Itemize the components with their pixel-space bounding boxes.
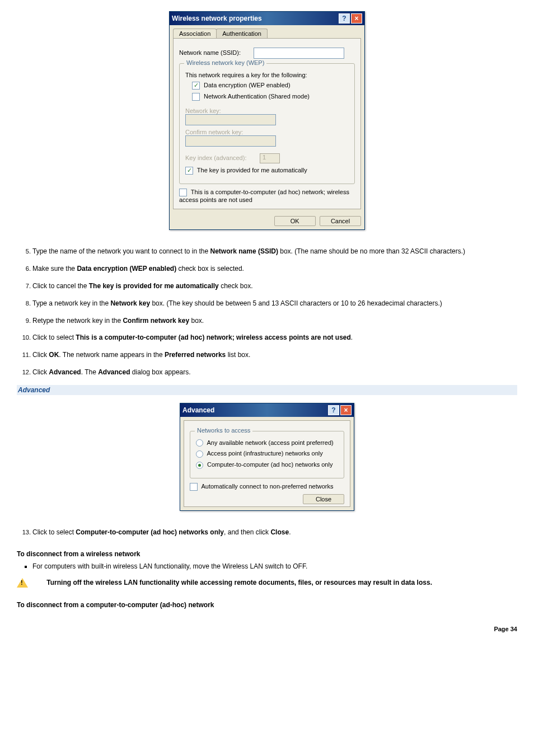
step-11: Click OK. The network name appears in th…	[32, 350, 517, 360]
ok-button[interactable]: OK	[274, 216, 316, 226]
confirm-key-input[interactable]	[185, 135, 276, 147]
step-6: Make sure the Data encryption (WEP enabl…	[32, 264, 517, 274]
radio-adhoc[interactable]	[196, 462, 203, 469]
disconnect-adhoc-header: To disconnect from a computer-to-compute…	[17, 601, 517, 609]
cancel-button[interactable]: Cancel	[320, 216, 361, 226]
dialog-buttons: OK Cancel	[170, 213, 364, 229]
help-icon[interactable]: ?	[339, 13, 350, 24]
advanced-body: Networks to access Any available network…	[184, 420, 350, 507]
wireless-properties-dialog: Wireless network properties ? × Associat…	[169, 11, 365, 230]
steps-list-2: Click to select Computer-to-computer (ad…	[17, 528, 517, 537]
disconnect-bullets: For computers with built-in wireless LAN…	[17, 562, 517, 570]
step-12: Click Advanced. The Advanced dialog box …	[32, 368, 517, 377]
dialog-titlebar: Wireless network properties ? ×	[170, 12, 364, 25]
auto-connect-checkbox[interactable]	[190, 483, 198, 491]
radio-access-point[interactable]	[196, 450, 203, 458]
step-13: Click to select Computer-to-computer (ad…	[32, 528, 517, 537]
close-icon[interactable]: ×	[340, 405, 352, 415]
wep-legend: Wireless network key (WEP)	[184, 59, 266, 66]
network-auth-label: Network Authentication (Shared mode)	[204, 93, 310, 100]
warning-text: Turning off the wireless LAN functionali…	[46, 579, 432, 586]
tab-authentication[interactable]: Authentication	[216, 29, 268, 38]
dialog-title: Wireless network properties	[172, 15, 338, 22]
advanced-section-header: Advanced	[17, 385, 517, 395]
network-key-input[interactable]	[185, 114, 276, 125]
auto-connect-label: Automatically connect to non-preferred n…	[201, 483, 333, 490]
key-index-label: Key index (advanced):	[185, 154, 258, 161]
advanced-titlebar: Advanced ? ×	[180, 403, 354, 417]
warning-icon	[17, 578, 28, 588]
auto-key-checkbox[interactable]: ✓	[185, 167, 193, 175]
auto-key-label: The key is provided for me automatically	[197, 167, 307, 173]
data-encryption-label: Data encryption (WEP enabled)	[204, 82, 291, 88]
disconnect-bullet-1: For computers with built-in wireless LAN…	[32, 562, 517, 570]
confirm-key-label: Confirm network key:	[185, 129, 258, 135]
ssid-input[interactable]	[254, 48, 344, 59]
tabs: AssociationAuthentication	[170, 25, 364, 38]
step-7: Click to cancel the The key is provided …	[32, 281, 517, 291]
step-8: Type a network key in the Network key bo…	[32, 299, 517, 308]
wep-fieldset: Wireless network key (WEP) This network …	[179, 63, 355, 184]
radio-any-available[interactable]	[196, 439, 203, 447]
close-icon[interactable]: ×	[351, 13, 362, 24]
network-auth-checkbox[interactable]	[192, 93, 200, 101]
networks-legend: Networks to access	[195, 427, 252, 434]
disconnect-wireless-header: To disconnect from a wireless network	[17, 550, 517, 558]
network-key-label: Network key:	[185, 107, 258, 114]
warning-block: Turning off the wireless LAN functionali…	[17, 578, 517, 588]
step-5: Type the name of the network you want to…	[32, 247, 517, 256]
ssid-label: Network name (SSID):	[179, 49, 252, 56]
advanced-dialog: Advanced ? × Networks to access Any avai…	[180, 403, 354, 511]
requires-text: This network requires a key for the foll…	[185, 72, 349, 78]
dialog-body: Network name (SSID): Wireless network ke…	[173, 38, 361, 209]
networks-to-access-fieldset: Networks to access Any available network…	[190, 431, 344, 478]
tab-association[interactable]: Association	[173, 29, 217, 38]
adhoc-label: This is a computer-to-computer (ad hoc) …	[179, 189, 349, 203]
advanced-title: Advanced	[182, 406, 327, 414]
close-button[interactable]: Close	[303, 494, 344, 504]
data-encryption-checkbox[interactable]: ✓	[192, 82, 200, 90]
radio-access-point-label: Access point (infrastructure) networks o…	[207, 450, 322, 457]
help-icon[interactable]: ?	[328, 405, 339, 415]
steps-list-1: Type the name of the network you want to…	[17, 247, 517, 377]
key-index-spinner[interactable]: 1	[260, 153, 280, 163]
page-number: Page 34	[17, 626, 517, 632]
radio-adhoc-label: Computer-to-computer (ad hoc) networks o…	[207, 461, 332, 468]
radio-any-available-label: Any available network (access point pref…	[207, 439, 333, 446]
adhoc-checkbox[interactable]	[179, 189, 187, 196]
step-9: Retype the network key in the Confirm ne…	[32, 316, 517, 326]
step-10: Click to select This is a computer-to-co…	[32, 333, 517, 342]
